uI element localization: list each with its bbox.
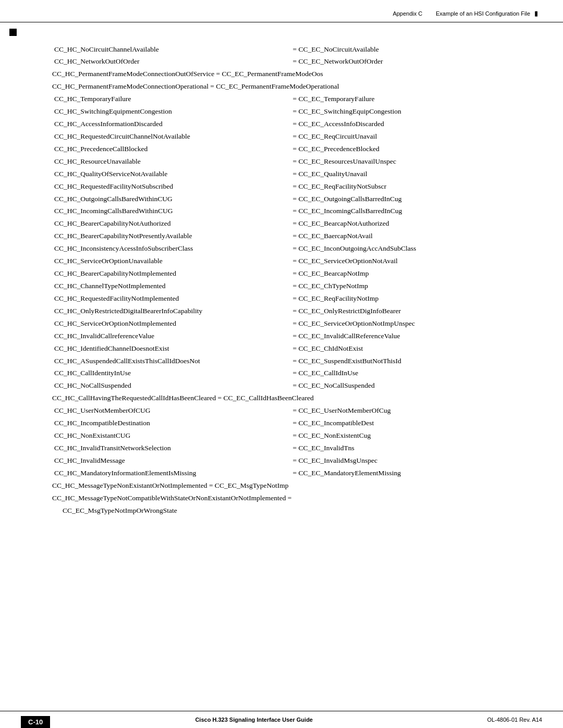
table-row: CC_HC_BearerCapabilityNotImplemented= CC… <box>52 268 511 280</box>
code-hc-value: CC_HC_QualityOfServiceNotAvailable <box>52 168 291 180</box>
code-ec-value: = CC_EC_TemporaryFailure <box>291 93 511 106</box>
table-row: CC_HC_OutgoingCallsBaredWithinCUG= CC_EC… <box>52 193 511 205</box>
code-hc-value: CC_HC_IncompatibleDestination <box>52 417 291 430</box>
table-row: CC_HC_PermanentFrameModeConnectionOutOfS… <box>52 68 511 81</box>
page-header: Appendix C Example of an HSI Configurati… <box>0 0 563 22</box>
code-mapping-table: CC_HC_NoCircuitChannelAvailable= CC_EC_N… <box>52 43 511 517</box>
code-mapping-full: CC_EC_MsgTypeNotImpOrWrongState <box>52 504 511 517</box>
code-hc-value: CC_HC_NetworkOutOfOrder <box>52 56 291 68</box>
code-hc-value: CC_HC_BearerCapabilityNotPresentlyAvaila… <box>52 230 291 243</box>
code-ec-value: = CC_EC_BearcapNotImp <box>291 268 511 280</box>
code-ec-value: = CC_EC_ReqCircuitUnavail <box>291 130 511 143</box>
code-hc-value: CC_HC_ChannelTypeNotImplemented <box>52 280 291 293</box>
code-ec-value: = CC_EC_ChIdNotExist <box>291 342 511 355</box>
table-row: CC_HC_PermanentFrameModeConnectionOperat… <box>52 81 511 93</box>
table-row: CC_HC_ServiceOrOptionNotImplemented= CC_… <box>52 317 511 330</box>
table-row: CC_HC_BearerCapabilityNotPresentlyAvaila… <box>52 230 511 243</box>
code-ec-value: = CC_EC_InvalidTns <box>291 442 511 455</box>
code-ec-value: = CC_EC_IncomingCallsBarredInCug <box>291 205 511 218</box>
code-hc-value: CC_HC_NoCallSuspended <box>52 380 291 392</box>
table-row: CC_HC_QualityOfServiceNotAvailable= CC_E… <box>52 168 511 180</box>
code-hc-value: CC_HC_InconsistencyAcessInfoSubscriberCl… <box>52 243 291 255</box>
code-hc-value: CC_HC_PrecedenceCallBlocked <box>52 143 291 155</box>
table-row: CC_HC_ResourceUnavailable= CC_EC_Resourc… <box>52 155 511 168</box>
table-row: CC_HC_ASuspendedCallExistsThisCallIdDoes… <box>52 355 511 367</box>
page-number: C-10 <box>21 716 50 728</box>
code-mapping-full: CC_HC_PermanentFrameModeConnectionOperat… <box>52 81 511 93</box>
table-row: CC_HC_NetworkOutOfOrder= CC_EC_NetworkOu… <box>52 56 511 68</box>
table-row: CC_HC_IncomingCallsBaredWithinCUG= CC_EC… <box>52 205 511 218</box>
table-row: CC_HC_MessageTypeNonExistantOrNotImpleme… <box>52 479 511 492</box>
code-hc-value: CC_HC_BearerCapabilityNotAuthorized <box>52 218 291 230</box>
code-hc-value: CC_HC_InvalidMessage <box>52 454 291 467</box>
table-row: CC_HC_AccessInformationDiscarded= CC_EC_… <box>52 118 511 131</box>
table-row: CC_HC_MessageTypeNotCompatibleWithStateO… <box>52 492 511 504</box>
code-hc-value: CC_HC_ServiceOrOptionUnavailable <box>52 255 291 268</box>
header-sep <box>426 9 432 18</box>
code-hc-value: CC_HC_BearerCapabilityNotImplemented <box>52 268 291 280</box>
table-row: CC_HC_InconsistencyAcessInfoSubscriberCl… <box>52 243 511 255</box>
main-content: CC_HC_NoCircuitChannelAvailable= CC_EC_N… <box>0 22 563 559</box>
table-row: CC_HC_CallHavingTheRequestedCallIdHasBee… <box>52 392 511 405</box>
code-ec-value: = CC_EC_ServiceOrOptionNotAvail <box>291 255 511 268</box>
code-ec-value: = CC_EC_BearcapNotAuthorized <box>291 218 511 230</box>
table-row: CC_HC_NoCallSuspended= CC_EC_NoCallSuspe… <box>52 380 511 392</box>
code-ec-value: = CC_EC_CallIdInUse <box>291 367 511 380</box>
table-row: CC_HC_NonExistantCUG= CC_EC_NonExistentC… <box>52 430 511 442</box>
code-ec-value: = CC_EC_AccessInfoDiscarded <box>291 118 511 131</box>
corner-decoration <box>9 29 17 36</box>
table-row: CC_HC_RequestedFacilityNotImplemented= C… <box>52 292 511 305</box>
code-hc-value: CC_HC_SwitchingEquipmentCongestion <box>52 106 291 118</box>
code-hc-value: CC_HC_IncomingCallsBaredWithinCUG <box>52 205 291 218</box>
table-row: CC_HC_ServiceOrOptionUnavailable= CC_EC_… <box>52 255 511 268</box>
code-ec-value: = CC_EC_UserNotMemberOfCug <box>291 405 511 417</box>
table-row: CC_HC_BearerCapabilityNotAuthorized= CC_… <box>52 218 511 230</box>
code-mapping-full: CC_HC_CallHavingTheRequestedCallIdHasBee… <box>52 392 511 405</box>
code-ec-value: = CC_EC_SuspendExistButNotThisId <box>291 355 511 367</box>
table-row: CC_HC_ChannelTypeNotImplemented= CC_EC_C… <box>52 280 511 293</box>
header-bar: ▮ <box>534 9 538 18</box>
code-ec-value: = CC_EC_InconOutgoingAccAndSubClass <box>291 243 511 255</box>
code-hc-value: CC_HC_OnlyRestrictedDigitalBearerInfoCap… <box>52 305 291 317</box>
table-row: CC_HC_PrecedenceCallBlocked= CC_EC_Prece… <box>52 143 511 155</box>
code-ec-value: = CC_EC_IncompatibleDest <box>291 417 511 430</box>
code-ec-value: = CC_EC_OnlyRestrictDigInfoBearer <box>291 305 511 317</box>
page-footer: C-10 Cisco H.323 Signaling Interface Use… <box>0 711 563 728</box>
code-hc-value: CC_HC_ServiceOrOptionNotImplemented <box>52 317 291 330</box>
code-hc-value: CC_HC_OutgoingCallsBaredWithinCUG <box>52 193 291 205</box>
table-row: CC_HC_MandatoryInformationElementIsMissi… <box>52 467 511 479</box>
code-ec-value: = CC_EC_InvalidCallReferenceValue <box>291 330 511 342</box>
table-row: CC_HC_InvalidCallreferenceValue= CC_EC_I… <box>52 330 511 342</box>
code-ec-value: = CC_EC_NoCircuitAvailable <box>291 43 511 56</box>
code-ec-value: = CC_EC_ResourcesUnavailUnspec <box>291 155 511 168</box>
code-ec-value: = CC_EC_MandatoryElementMissing <box>291 467 511 479</box>
code-hc-value: CC_HC_RequestedCircuitChannelNotAvailabl… <box>52 130 291 143</box>
footer-doc-number: OL-4806-01 Rev. A14 <box>487 717 542 723</box>
code-hc-value: CC_HC_IdentifiedChannelDoesnotExist <box>52 342 291 355</box>
code-ec-value: = CC_EC_ReqFacilityNotSubscr <box>291 180 511 193</box>
code-mapping-full: CC_HC_MessageTypeNonExistantOrNotImpleme… <box>52 479 511 492</box>
code-hc-value: CC_HC_TemporaryFailure <box>52 93 291 106</box>
page-container: Appendix C Example of an HSI Configurati… <box>0 0 563 728</box>
table-row: CC_HC_OnlyRestrictedDigitalBearerInfoCap… <box>52 305 511 317</box>
table-row: CC_HC_IncompatibleDestination= CC_EC_Inc… <box>52 417 511 430</box>
code-mapping-full: CC_HC_MessageTypeNotCompatibleWithStateO… <box>52 492 511 504</box>
code-ec-value: = CC_EC_NonExistentCug <box>291 430 511 442</box>
code-hc-value: CC_HC_InvalidTransitNetworkSelection <box>52 442 291 455</box>
code-hc-value: CC_HC_InvalidCallreferenceValue <box>52 330 291 342</box>
code-hc-value: CC_HC_RequestedFacilityNotImplemented <box>52 292 291 305</box>
code-ec-value: = CC_EC_QualityUnavail <box>291 168 511 180</box>
table-row: CC_HC_TemporaryFailure= CC_EC_TemporaryF… <box>52 93 511 106</box>
code-ec-value: = CC_EC_SwitchingEquipCongestion <box>291 106 511 118</box>
code-hc-value: CC_HC_UserNotMemberOfCUG <box>52 405 291 417</box>
code-hc-value: CC_HC_NonExistantCUG <box>52 430 291 442</box>
code-ec-value: = CC_EC_NetworkOutOfOrder <box>291 56 511 68</box>
table-row: CC_HC_InvalidTransitNetworkSelection= CC… <box>52 442 511 455</box>
header-title: Example of an HSI Configuration File <box>436 10 530 17</box>
code-ec-value: = CC_EC_BaercapNotAvail <box>291 230 511 243</box>
code-ec-value: = CC_EC_ChTypeNotImp <box>291 280 511 293</box>
table-row: CC_HC_RequestedFacilityNotSubscribed= CC… <box>52 180 511 193</box>
code-ec-value: = CC_EC_InvalidMsgUnspec <box>291 454 511 467</box>
code-hc-value: CC_HC_ASuspendedCallExistsThisCallIdDoes… <box>52 355 291 367</box>
table-row: CC_HC_InvalidMessage= CC_EC_InvalidMsgUn… <box>52 454 511 467</box>
